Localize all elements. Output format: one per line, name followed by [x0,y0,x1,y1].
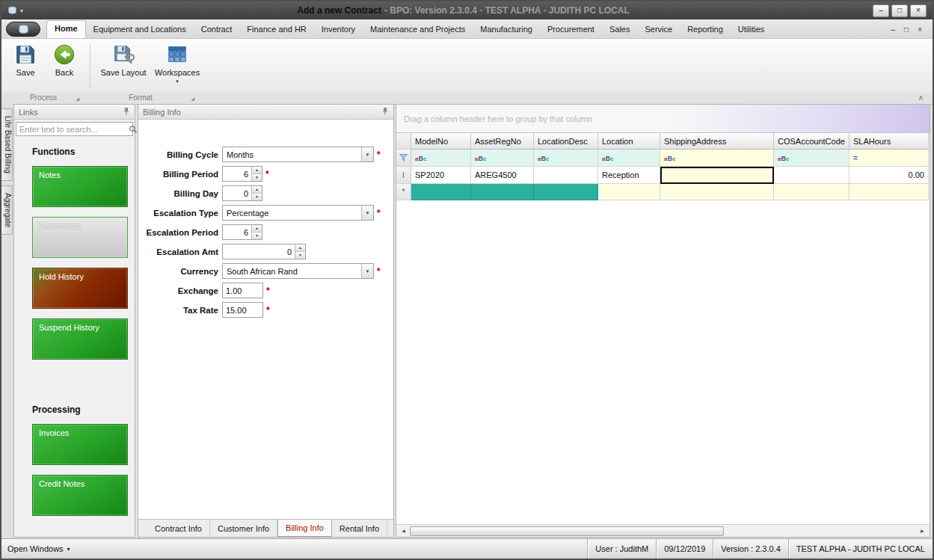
suspend-history-tile[interactable]: Suspend History [32,319,128,360]
column-header-shippingaddress[interactable]: ShippingAddress [660,133,774,150]
tax-rate-field[interactable]: 15.00 [222,302,263,318]
escalation-type-combobox[interactable]: Percentage ▼ [222,205,374,221]
tab-customer-info[interactable]: Customer Info [210,520,277,537]
column-header-modelno[interactable]: ModelNo [411,133,471,150]
tab-utilities[interactable]: Utilities [731,22,772,38]
new-cell-assetregno[interactable] [471,184,534,200]
filter-cell-slahours[interactable]: = [849,150,929,167]
mdi-minimize-button[interactable]: – [891,25,896,34]
group-by-panel[interactable]: Drag a column header here to group by th… [396,105,930,133]
spin-down-button[interactable]: ▼ [252,193,262,200]
tab-inventory[interactable]: Inventory [314,22,363,38]
tab-equipment-and-locations[interactable]: Equipment and Locations [86,22,194,38]
tab-rental-info[interactable]: Rental Info [332,520,387,537]
spin-up-button[interactable]: ▲ [252,225,262,232]
spin-down-button[interactable]: ▼ [295,251,305,259]
spin-up-button[interactable]: ▲ [295,244,305,251]
column-header-cosaccountcode[interactable]: COSAccountCode [774,133,849,150]
tab-home[interactable]: Home [46,20,86,38]
column-header-slahours[interactable]: SLAHours [849,133,929,150]
cell-modelno[interactable]: SP2020 [411,167,471,184]
hold-history-tile[interactable]: Hold History [32,268,128,309]
cell-shippingaddress-selected[interactable] [660,167,774,184]
horizontal-scrollbar[interactable]: ◄ ► [396,524,930,537]
minimize-button[interactable]: – [873,4,889,17]
save-layout-button[interactable]: Save Layout [96,42,150,93]
filter-cell-shippingaddress[interactable]: aBc [660,150,774,167]
ribbon-collapse-icon[interactable]: ∧ [918,93,924,102]
escalation-amt-spinner[interactable]: 0 ▲▼ [222,244,306,259]
cell-cosaccountcode[interactable] [774,167,849,184]
spin-up-button[interactable]: ▲ [252,167,262,173]
tab-reporting[interactable]: Reporting [680,22,731,38]
scroll-right-button[interactable]: ► [916,528,929,535]
new-cell-location[interactable] [598,184,660,200]
billing-period-spinner[interactable]: 6 ▲▼ [222,166,262,182]
filter-cell-assetregno[interactable]: aBc [471,150,534,167]
exchange-field[interactable]: 1.00 [222,283,263,298]
column-header-location[interactable]: Location [598,133,660,150]
search-input[interactable] [16,125,129,134]
notes-tile[interactable]: Notes [32,166,128,207]
billing-cycle-combobox[interactable]: Months ▼ [222,147,374,162]
tab-contract-info[interactable]: Contract Info [147,520,210,537]
new-cell-modelno[interactable] [411,184,471,200]
billing-panel-header: Billing Info [138,105,393,120]
tab-contract[interactable]: Contract [194,22,240,38]
workspaces-button[interactable]: Workspaces ▾ [150,42,204,93]
back-button[interactable]: Back [45,42,84,93]
cell-assetregno[interactable]: AREG4500 [471,167,534,184]
pin-icon[interactable] [123,107,130,117]
new-cell-slahours[interactable] [849,184,929,200]
credit-notes-tile[interactable]: Credit Notes [32,475,128,516]
cell-location[interactable]: Reception [598,167,660,184]
tab-finance-and-hr[interactable]: Finance and HR [239,22,314,38]
cell-slahours[interactable]: 0.00 [849,167,929,184]
tab-procurement[interactable]: Procurement [540,22,602,38]
spin-up-button[interactable]: ▲ [252,186,262,193]
open-windows-button[interactable]: Open Windows ▾ [1,544,70,553]
quick-access-toolbar[interactable]: ▾ [1,6,54,15]
dock-tab-life-based-billing[interactable]: Life Based Billing [1,108,13,181]
group-by-hint: Drag a column header here to group by th… [404,114,592,123]
dropdown-button[interactable]: ▼ [361,147,373,161]
invoices-tile[interactable]: Invoices [32,424,128,465]
new-cell-locationdesc[interactable] [534,184,598,200]
currency-combobox[interactable]: South African Rand ▼ [222,263,374,279]
column-header-assetregno[interactable]: AssetRegNo [471,133,534,150]
pin-icon[interactable] [381,107,389,117]
filter-cell-locationdesc[interactable]: aBc [534,150,598,167]
save-button[interactable]: Save [6,42,45,93]
scrollbar-thumb[interactable] [410,526,724,536]
tab-manufacturing[interactable]: Manufacturing [473,22,540,38]
mdi-restore-button[interactable]: □ [904,25,909,34]
application-button[interactable] [6,22,40,37]
close-button[interactable]: × [910,4,927,17]
tab-service[interactable]: Service [637,22,680,38]
filter-cell-cosaccountcode[interactable]: aBc [774,150,849,167]
billing-day-spinner[interactable]: 0 ▲▼ [222,185,262,201]
documents-tile[interactable]: Documents [32,217,128,258]
filter-cell-location[interactable]: aBc [598,150,660,167]
spin-down-button[interactable]: ▼ [252,232,262,239]
escalation-period-spinner[interactable]: 6 ▲▼ [222,224,262,240]
tab-maintenance-and-projects[interactable]: Maintenance and Projects [363,22,473,38]
maximize-button[interactable]: □ [891,4,908,17]
cell-locationdesc[interactable] [534,167,598,184]
dropdown-button[interactable]: ▼ [361,206,373,220]
column-header-locationdesc[interactable]: LocationDesc [534,133,598,150]
new-cell-cosaccountcode[interactable] [774,184,849,200]
dialog-launcher-icon[interactable]: ◢ [191,96,194,101]
mdi-close-button[interactable]: × [918,25,922,34]
chevron-down-icon[interactable]: ▾ [20,7,23,14]
scroll-left-button[interactable]: ◄ [397,528,410,535]
dock-tab-aggregate[interactable]: Aggregate [1,185,13,235]
billing-info-panel: Billing Info Billing Cycle Months ▼ * Bi… [138,104,394,538]
dropdown-button[interactable]: ▼ [361,264,373,278]
spin-down-button[interactable]: ▼ [252,173,262,181]
new-cell-shippingaddress[interactable] [660,184,774,200]
dialog-launcher-icon[interactable]: ◢ [76,96,79,101]
filter-cell-modelno[interactable]: aBc [411,150,471,167]
tab-billing-info[interactable]: Billing Info [277,520,332,537]
tab-sales[interactable]: Sales [602,22,638,38]
